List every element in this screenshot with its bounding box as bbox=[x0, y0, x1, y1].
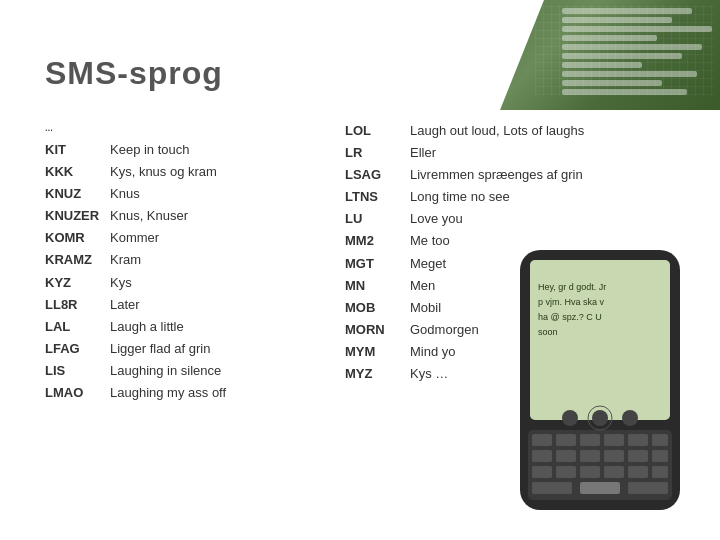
sms-code: LU bbox=[345, 208, 410, 230]
sms-code: LFAG bbox=[45, 338, 110, 360]
svg-rect-15 bbox=[580, 450, 600, 462]
left-sms-list: KITKeep in touchKKKKys, knus og kramKNUZ… bbox=[45, 139, 345, 404]
right-column: LOLLaugh out loud, Lots of laughsLREller… bbox=[345, 120, 680, 520]
sms-code: MOB bbox=[345, 297, 410, 319]
sms-definition: Later bbox=[110, 297, 140, 312]
sms-definition: Me too bbox=[410, 233, 450, 248]
sms-definition: Godmorgen bbox=[410, 322, 479, 337]
svg-rect-12 bbox=[652, 434, 668, 446]
svg-rect-27 bbox=[628, 482, 668, 494]
list-item: KNUZERKnus, Knuser bbox=[45, 205, 345, 227]
sms-code: LTNS bbox=[345, 186, 410, 208]
content-area: … KITKeep in touchKKKKys, knus og kramKN… bbox=[45, 120, 680, 520]
svg-rect-9 bbox=[580, 434, 600, 446]
deco-line bbox=[562, 71, 697, 77]
sms-definition: Laugh out loud, Lots of laughs bbox=[410, 123, 584, 138]
svg-rect-16 bbox=[604, 450, 624, 462]
svg-rect-21 bbox=[580, 466, 600, 478]
list-item: LMAOLaughing my ass off bbox=[45, 382, 345, 404]
sms-definition: Laughing my ass off bbox=[110, 385, 226, 400]
list-item: KKKKys, knus og kram bbox=[45, 161, 345, 183]
list-item: KITKeep in touch bbox=[45, 139, 345, 161]
sms-code: LIS bbox=[45, 360, 110, 382]
svg-rect-8 bbox=[556, 434, 576, 446]
sms-code: LSAG bbox=[345, 164, 410, 186]
list-item: KNUZKnus bbox=[45, 183, 345, 205]
svg-rect-23 bbox=[628, 466, 648, 478]
deco-line bbox=[562, 8, 692, 14]
svg-rect-17 bbox=[628, 450, 648, 462]
list-item: KYZKys bbox=[45, 272, 345, 294]
svg-rect-14 bbox=[556, 450, 576, 462]
deco-line bbox=[562, 17, 672, 23]
deco-line bbox=[562, 80, 662, 86]
sms-code: KIT bbox=[45, 139, 110, 161]
sms-code: LMAO bbox=[45, 382, 110, 404]
svg-text:Hey, gr d godt. Jr: Hey, gr d godt. Jr bbox=[538, 282, 606, 292]
svg-point-28 bbox=[562, 410, 578, 426]
deco-line bbox=[562, 62, 642, 68]
sms-definition: Meget bbox=[410, 256, 446, 271]
svg-rect-10 bbox=[604, 434, 624, 446]
sms-code: MYZ bbox=[345, 363, 410, 385]
svg-rect-25 bbox=[532, 482, 572, 494]
sms-definition: Laugh a little bbox=[110, 319, 184, 334]
deco-line bbox=[562, 26, 712, 32]
sms-definition: Love you bbox=[410, 211, 463, 226]
sms-code: KNUZER bbox=[45, 205, 110, 227]
decoration-lines bbox=[562, 8, 712, 95]
svg-rect-24 bbox=[652, 466, 668, 478]
svg-rect-18 bbox=[652, 450, 668, 462]
sms-code: MN bbox=[345, 275, 410, 297]
sms-code: MM2 bbox=[345, 230, 410, 252]
svg-rect-11 bbox=[628, 434, 648, 446]
sms-definition: Kys bbox=[110, 275, 132, 290]
sms-definition: Kys … bbox=[410, 366, 448, 381]
sms-code: LR bbox=[345, 142, 410, 164]
list-item: KRAMZKram bbox=[45, 249, 345, 271]
sms-code: LOL bbox=[345, 120, 410, 142]
svg-point-29 bbox=[592, 410, 608, 426]
sms-definition: Kommer bbox=[110, 230, 159, 245]
deco-line bbox=[562, 44, 702, 50]
sms-definition: Ligger flad af grin bbox=[110, 341, 210, 356]
svg-text:soon: soon bbox=[538, 327, 558, 337]
list-item: LREller bbox=[345, 142, 680, 164]
sms-code: MGT bbox=[345, 253, 410, 275]
sms-definition: Mobil bbox=[410, 300, 441, 315]
list-item: LL8RLater bbox=[45, 294, 345, 316]
sms-code: LAL bbox=[45, 316, 110, 338]
svg-rect-20 bbox=[556, 466, 576, 478]
page-title: SMS-sprog bbox=[45, 55, 223, 92]
list-item: LISLaughing in silence bbox=[45, 360, 345, 382]
svg-rect-13 bbox=[532, 450, 552, 462]
sms-definition: Long time no see bbox=[410, 189, 510, 204]
svg-rect-26 bbox=[580, 482, 620, 494]
deco-line bbox=[562, 53, 682, 59]
sms-definition: Eller bbox=[410, 145, 436, 160]
list-item: LALLaugh a little bbox=[45, 316, 345, 338]
sms-definition: Knus, Knuser bbox=[110, 208, 188, 223]
sms-code: LL8R bbox=[45, 294, 110, 316]
sms-definition: Laughing in silence bbox=[110, 363, 221, 378]
list-item: LSAGLivremmen spræenges af grin bbox=[345, 164, 680, 186]
sms-definition: Mind yo bbox=[410, 344, 456, 359]
svg-rect-22 bbox=[604, 466, 624, 478]
deco-line bbox=[562, 35, 657, 41]
list-item: LOLLaugh out loud, Lots of laughs bbox=[345, 120, 680, 142]
top-right-decoration bbox=[500, 0, 720, 110]
sms-definition: Kys, knus og kram bbox=[110, 164, 217, 179]
list-item: LTNSLong time no see bbox=[345, 186, 680, 208]
sms-code: KYZ bbox=[45, 272, 110, 294]
svg-point-30 bbox=[622, 410, 638, 426]
svg-rect-7 bbox=[532, 434, 552, 446]
svg-text:ha @ spz.? C U: ha @ spz.? C U bbox=[538, 312, 602, 322]
list-item: LULove you bbox=[345, 208, 680, 230]
list-item: KOMRKommer bbox=[45, 227, 345, 249]
sms-definition: Kram bbox=[110, 252, 141, 267]
phone-image: Hey, gr d godt. Jr p vjm. Hva ska v ha @… bbox=[500, 240, 700, 520]
sms-definition: Men bbox=[410, 278, 435, 293]
sms-code: MORN bbox=[345, 319, 410, 341]
sms-code: KRAMZ bbox=[45, 249, 110, 271]
sms-code: MYM bbox=[345, 341, 410, 363]
